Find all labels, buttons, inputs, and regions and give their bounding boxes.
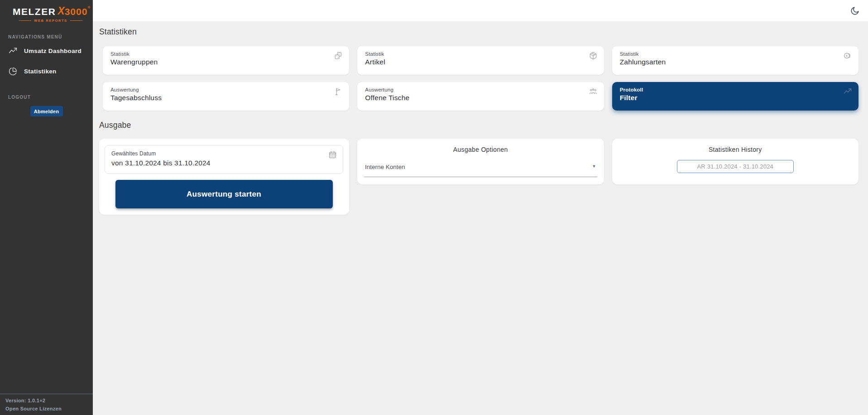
brand-name: MELZER	[13, 6, 56, 17]
card-title: Filter	[620, 94, 851, 102]
card-category: Auswertung	[110, 87, 342, 92]
card-protokoll-filter[interactable]: Protokoll Filter	[612, 82, 858, 111]
date-range-field[interactable]: Gewähltes Datum von 31.10.2024 bis 31.10…	[105, 145, 343, 174]
card-statistik-artikel[interactable]: Statistik Artikel	[357, 46, 604, 75]
open-source-licenses-link[interactable]: Open Source Lizenzen	[5, 406, 87, 411]
card-auswertung-tagesabschluss[interactable]: Auswertung Tagesabschluss	[103, 82, 349, 111]
page-title: Statistiken	[99, 27, 858, 37]
sidebar-item-umsatz-dashboard[interactable]: Umsatz Dashboard	[0, 42, 93, 60]
brand-number: 3000	[65, 6, 88, 17]
logout-button[interactable]: Abmelden	[30, 106, 63, 116]
brand-registered-mark: ®	[87, 5, 90, 10]
app-logo: MELZER X 3000 ® WEB REPORTS	[0, 0, 93, 23]
dice-icon	[334, 52, 342, 60]
start-evaluation-button[interactable]: Auswertung starten	[115, 180, 333, 208]
output-options-title: Ausgabe Optionen	[364, 146, 597, 153]
statistics-history-title: Statistiken History	[619, 146, 852, 153]
sidebar-item-label: Statistiken	[24, 68, 57, 75]
statistics-history-panel: Statistiken History AR 31.10.2024 - 31.1…	[612, 139, 859, 184]
logout-section-label: LOGOUT	[0, 80, 93, 100]
version-text: Version: 1.0.1+2	[5, 398, 87, 403]
card-title: Zahlungsarten	[620, 58, 851, 66]
moon-icon	[850, 6, 860, 16]
card-category: Auswertung	[365, 87, 596, 92]
sidebar-item-statistiken[interactable]: Statistiken	[0, 63, 93, 80]
statistics-card-grid: Statistik Warengruppen St	[99, 46, 858, 111]
line-chart-icon	[9, 47, 17, 55]
content: Statistiken Statistik Warengruppen	[93, 21, 868, 415]
top-bar	[93, 0, 868, 21]
logo-rule-right	[70, 20, 82, 21]
output-section-title: Ausgabe	[99, 121, 858, 130]
main-area: Statistiken Statistik Warengruppen	[93, 0, 868, 415]
output-options-panel: Ausgabe Optionen Interne Konten ▼	[357, 139, 604, 184]
card-statistik-warengruppen[interactable]: Statistik Warengruppen	[103, 46, 349, 75]
card-title: Warengruppen	[110, 58, 342, 66]
chevron-down-icon: ▼	[592, 164, 596, 169]
logo-rule-left	[19, 20, 31, 21]
card-auswertung-offene-tische[interactable]: Auswertung Offene Tische	[357, 82, 604, 111]
card-title: Offene Tische	[365, 94, 596, 102]
sidebar-item-label: Umsatz Dashboard	[24, 48, 82, 54]
euro-coin-icon: €	[844, 52, 852, 60]
sidebar: MELZER X 3000 ® WEB REPORTS NAVIGATIONS …	[0, 0, 93, 415]
date-field-label: Gewähltes Datum	[111, 150, 336, 157]
package-icon	[589, 52, 597, 60]
people-icon	[589, 87, 597, 96]
card-category: Statistik	[620, 51, 851, 57]
nav-section-label: NAVIGATIONS MENÜ	[0, 23, 93, 39]
brand-subtitle: WEB REPORTS	[34, 19, 67, 23]
date-selection-panel: Gewähltes Datum von 31.10.2024 bis 31.10…	[99, 139, 349, 215]
sidebar-footer: Version: 1.0.1+2 Open Source Lizenzen	[0, 394, 93, 415]
history-entry-button[interactable]: AR 31.10.2024 - 31.10.2024	[677, 160, 794, 173]
calendar-icon	[328, 150, 337, 159]
card-statistik-zahlungsarten[interactable]: Statistik Zahlungsarten €	[612, 46, 858, 75]
flag-icon	[334, 87, 342, 96]
card-category: Statistik	[110, 51, 342, 57]
output-row: Gewähltes Datum von 31.10.2024 bis 31.10…	[99, 139, 858, 215]
select-value: Interne Konten	[365, 164, 405, 170]
card-title: Tagesabschluss	[110, 94, 342, 102]
dark-mode-toggle-button[interactable]	[849, 5, 861, 17]
pie-chart-icon	[9, 67, 17, 76]
card-category: Protokoll	[620, 87, 851, 92]
line-chart-icon	[844, 87, 852, 96]
svg-text:€: €	[846, 54, 848, 58]
internal-accounts-select[interactable]: Interne Konten ▼	[364, 163, 597, 177]
brand-x: X	[58, 6, 64, 16]
card-category: Statistik	[365, 51, 596, 57]
date-field-value: von 31.10.2024 bis 31.10.2024	[111, 159, 336, 167]
card-title: Artikel	[365, 58, 596, 66]
